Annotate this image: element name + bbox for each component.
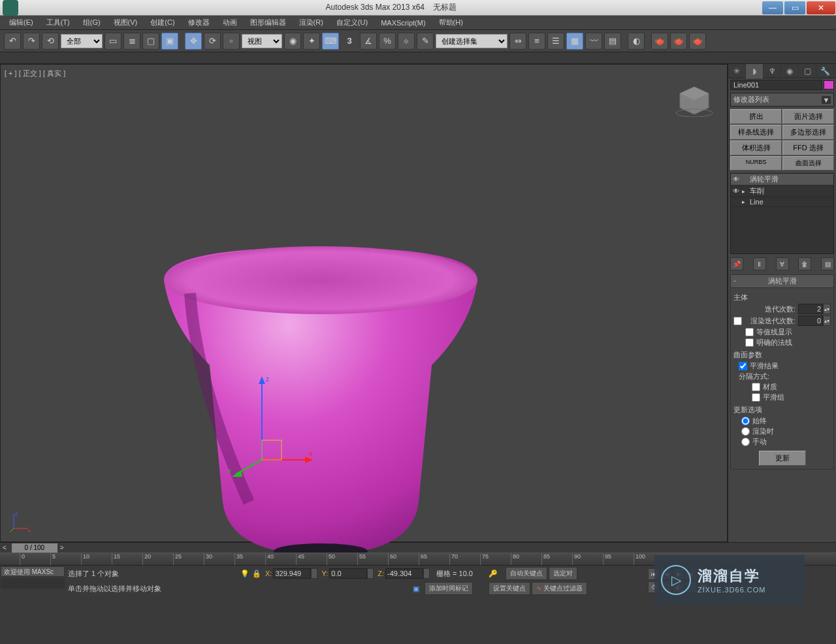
key-filters-button[interactable]: ∿ 关键点过滤器 <box>532 582 587 595</box>
menu-group[interactable]: 组(G) <box>76 18 107 27</box>
lock2-icon[interactable]: 🔒 <box>252 570 261 578</box>
mod-nurbs[interactable]: NURBS <box>730 156 782 170</box>
stack-lathe[interactable]: 👁▸车削 <box>731 185 833 197</box>
snap-3d-button[interactable]: 3 <box>341 33 358 50</box>
select-region-button[interactable]: ▢ <box>142 33 159 50</box>
close-button[interactable]: ✕ <box>807 1 835 14</box>
window-crossing-button[interactable]: ▣ <box>161 33 178 50</box>
edit-named-sets-button[interactable]: ✎ <box>417 33 434 50</box>
tab-create[interactable]: ✳ <box>728 64 746 78</box>
curve-editor-button[interactable]: 〰 <box>585 33 602 50</box>
coord-y-spinner[interactable] <box>367 568 374 579</box>
mod-extrude[interactable]: 挤出 <box>730 109 782 124</box>
graphite-button[interactable]: ▦ <box>566 33 583 50</box>
link-button[interactable]: ⟲ <box>42 33 59 50</box>
lock-icon[interactable]: 💡 <box>240 570 249 578</box>
menu-edit[interactable]: 编辑(E) <box>3 18 40 27</box>
schematic-view-button[interactable]: ▤ <box>604 33 621 50</box>
modifier-list-dropdown[interactable]: 修改器列表▼ <box>730 93 834 106</box>
stack-turbosmooth[interactable]: 👁涡轮平滑 <box>731 174 833 185</box>
viewport[interactable]: [ + ] [ 正交 ] [ 真实 ] <box>0 64 728 542</box>
modifier-stack[interactable]: 👁涡轮平滑 👁▸车削 ▸Line <box>730 173 834 254</box>
tab-utilities[interactable]: 🔧 <box>816 64 834 78</box>
menu-tools[interactable]: 工具(T) <box>40 18 76 27</box>
isoline-checkbox[interactable] <box>745 328 754 336</box>
select-by-name-button[interactable]: ≣ <box>123 33 140 50</box>
smoothgroup-checkbox[interactable] <box>752 393 760 402</box>
stack-line[interactable]: ▸Line <box>731 197 833 207</box>
viewport-label[interactable]: [ + ] [ 正交 ] [ 真实 ] <box>5 69 65 78</box>
object-name-field[interactable]: Line001 <box>730 80 822 90</box>
undo-button[interactable]: ↶ <box>4 33 21 50</box>
smooth-result-checkbox[interactable] <box>739 362 747 370</box>
tab-modify[interactable]: ◗ <box>746 64 764 78</box>
iterations-spinner[interactable]: ▴▾ <box>823 304 831 314</box>
tab-hierarchy[interactable]: ♆ <box>764 64 781 78</box>
isolate-icon[interactable]: ▣ <box>413 585 419 593</box>
time-slider[interactable]: 0 / 100 <box>12 543 57 553</box>
select-object-button[interactable]: ▭ <box>104 33 121 50</box>
update-always-radio[interactable] <box>741 417 750 425</box>
iterations-input[interactable] <box>798 304 823 314</box>
menu-grapheditors[interactable]: 图形编辑器 <box>244 18 293 27</box>
pin-stack-button[interactable]: 📌 <box>730 257 743 270</box>
update-button[interactable]: 更新 <box>759 451 806 466</box>
menu-create[interactable]: 创建(C) <box>144 18 181 27</box>
render-iters-spinner[interactable]: ▴▾ <box>823 315 831 326</box>
material-checkbox[interactable] <box>752 383 760 391</box>
set-key-button[interactable]: 设置关键点 <box>489 582 530 595</box>
rotate-button[interactable]: ⟳ <box>204 33 221 50</box>
angle-snap-button[interactable]: ∡ <box>360 33 377 50</box>
scale-button[interactable]: ▫ <box>223 33 240 50</box>
remove-modifier-button[interactable]: 🗑 <box>798 257 811 270</box>
object-color-swatch[interactable] <box>824 80 834 89</box>
key-icon[interactable]: 🔑 <box>489 570 498 578</box>
mod-poly-select[interactable]: 多边形选择 <box>782 125 834 140</box>
update-manual-radio[interactable] <box>741 438 750 446</box>
coord-z-spinner[interactable] <box>423 568 430 579</box>
add-time-tag-button[interactable]: 添加时间标记 <box>425 582 473 595</box>
coord-x-spinner[interactable] <box>311 568 317 579</box>
explicit-normals-checkbox[interactable] <box>745 338 754 347</box>
tab-motion[interactable]: ◉ <box>781 64 799 78</box>
mod-vol-select[interactable]: 体积选择 <box>730 140 782 155</box>
render-setup-button[interactable]: 🫖 <box>651 33 668 50</box>
coord-x-input[interactable] <box>273 568 311 579</box>
menu-view[interactable]: 视图(V) <box>107 18 144 27</box>
menu-help[interactable]: 帮助(H) <box>432 18 470 27</box>
selected-only-button[interactable]: 选定对 <box>549 567 577 580</box>
use-pivot-button[interactable]: ◉ <box>284 33 301 50</box>
coord-y-input[interactable] <box>329 568 367 579</box>
mirror-button[interactable]: ⇔ <box>509 33 526 50</box>
material-editor-button[interactable]: ◐ <box>628 33 645 50</box>
update-render-radio[interactable] <box>741 427 750 436</box>
named-selection-sets[interactable]: 创建选择集 <box>436 34 507 48</box>
mod-ffd-select[interactable]: FFD 选择 <box>782 140 834 155</box>
percent-snap-button[interactable]: % <box>379 33 396 50</box>
viewcube[interactable] <box>675 84 714 117</box>
spinner-snap-button[interactable]: ⟐ <box>398 33 415 50</box>
select-manipulate-button[interactable]: ✦ <box>303 33 320 50</box>
mod-spline-select[interactable]: 样条线选择 <box>730 125 782 140</box>
maximize-button[interactable]: ▭ <box>784 1 805 14</box>
script-mini-listener[interactable] <box>1 578 65 588</box>
move-button[interactable]: ✥ <box>185 33 202 50</box>
menu-render[interactable]: 渲染(R) <box>293 18 330 27</box>
menu-animation[interactable]: 动画 <box>216 18 244 27</box>
rendered-frame-button[interactable]: 🫖 <box>670 33 687 50</box>
rollout-turbosmooth-header[interactable]: -涡轮平滑 <box>730 274 834 288</box>
menu-customize[interactable]: 自定义(U) <box>330 18 374 27</box>
mod-surf-select[interactable]: 曲面选择 <box>782 156 834 170</box>
menu-modifiers[interactable]: 修改器 <box>182 18 216 27</box>
align-button[interactable]: ≡ <box>528 33 545 50</box>
render-production-button[interactable]: 🫖 <box>689 33 706 50</box>
show-end-result-button[interactable]: Ⅱ <box>753 257 766 270</box>
tab-display[interactable]: ▢ <box>799 64 816 78</box>
keyboard-shortcut-button[interactable]: ⌨ <box>322 33 339 50</box>
layers-button[interactable]: ☰ <box>547 33 564 50</box>
redo-button[interactable]: ↷ <box>23 33 40 50</box>
ref-coord-system[interactable]: 视图 <box>242 34 282 48</box>
selection-filter[interactable]: 全部 <box>61 34 103 48</box>
make-unique-button[interactable]: ∀ <box>776 257 789 270</box>
minimize-button[interactable]: — <box>762 1 783 14</box>
